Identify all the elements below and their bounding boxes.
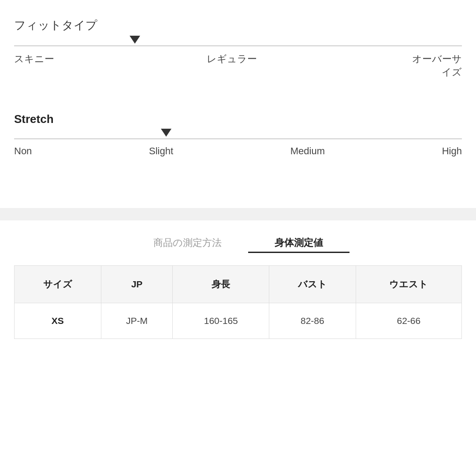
cell-jp: JP-M [101, 303, 173, 339]
fit-type-indicator [130, 36, 140, 44]
stretch-label-non: Non [14, 145, 32, 157]
fit-type-label-regular: レギュラー [207, 52, 257, 79]
size-table: サイズ JP 身長 バスト ウエスト XS JP-M 160-165 82-86… [14, 265, 462, 339]
stretch-indicator [161, 129, 171, 137]
fit-type-track [14, 45, 462, 46]
col-height: 身長 [173, 266, 269, 303]
stretch-label-slight: Slight [149, 145, 173, 157]
stretch-label-medium: Medium [290, 145, 325, 157]
table-row: XS JP-M 160-165 82-86 62-66 [15, 303, 462, 339]
measurement-section: 商品の測定方法 身体測定値 サイズ JP 身長 バスト ウエスト XS JP-M… [0, 220, 476, 357]
fit-type-title: フィットタイプ [14, 18, 462, 33]
cell-waist: 62-66 [356, 303, 461, 339]
cell-size: XS [15, 303, 101, 339]
fit-type-labels: スキニー レギュラー オーバーサイズ [14, 52, 462, 79]
stretch-label-high: High [442, 145, 462, 157]
col-size: サイズ [15, 266, 101, 303]
cell-bust: 82-86 [269, 303, 356, 339]
fit-type-label-oversize: オーバーサイズ [409, 52, 462, 79]
tab-body-measurement[interactable]: 身体測定値 [248, 236, 350, 249]
tab-product-measurement[interactable]: 商品の測定方法 [127, 236, 248, 249]
measurement-tabs: 商品の測定方法 身体測定値 [14, 236, 462, 249]
stretch-track [14, 138, 462, 139]
stretch-title: Stretch [14, 112, 462, 126]
stretch-labels: Non Slight Medium High [14, 145, 462, 157]
fit-type-slider: スキニー レギュラー オーバーサイズ [14, 45, 462, 95]
col-jp: JP [101, 266, 173, 303]
table-header-row: サイズ JP 身長 バスト ウエスト [15, 266, 462, 303]
stretch-slider: Non Slight Medium High [14, 138, 462, 173]
section-divider [0, 208, 476, 220]
col-waist: ウエスト [356, 266, 461, 303]
col-bust: バスト [269, 266, 356, 303]
cell-height: 160-165 [173, 303, 269, 339]
fit-type-label-skinny: スキニー [14, 52, 54, 79]
